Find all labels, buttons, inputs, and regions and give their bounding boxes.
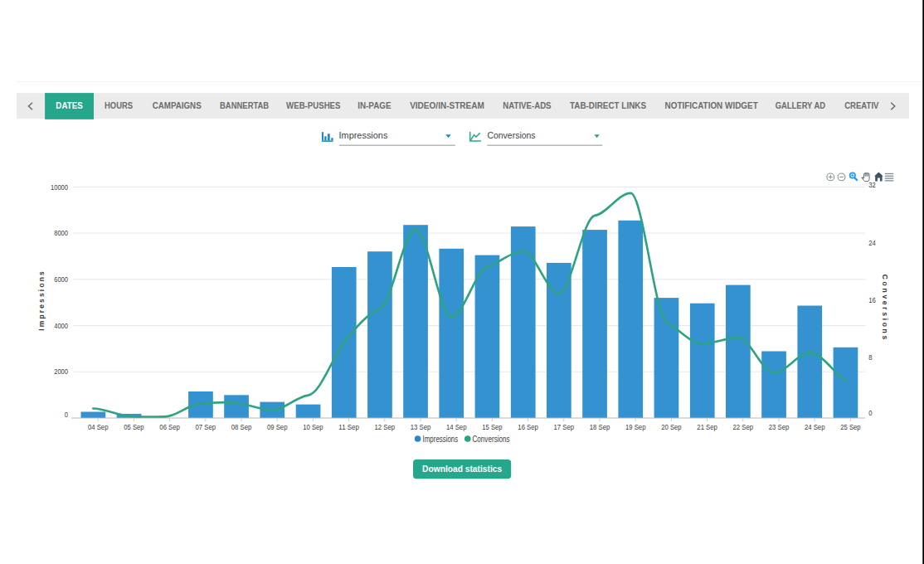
svg-text:Impressions: Impressions bbox=[423, 434, 459, 444]
svg-text:WEB-PUSHES: WEB-PUSHES bbox=[286, 101, 341, 110]
svg-text:NATIVE-ADS: NATIVE-ADS bbox=[503, 101, 552, 110]
svg-text:09 Sep: 09 Sep bbox=[267, 423, 288, 431]
svg-text:2000: 2000 bbox=[54, 367, 68, 376]
svg-text:Impressions: Impressions bbox=[37, 271, 46, 331]
svg-text:10 Sep: 10 Sep bbox=[303, 423, 323, 431]
svg-text:8: 8 bbox=[868, 353, 872, 362]
svg-text:24 Sep: 24 Sep bbox=[805, 423, 825, 431]
svg-text:Download statistics: Download statistics bbox=[422, 464, 502, 474]
svg-text:TAB-DIRECT LINKS: TAB-DIRECT LINKS bbox=[570, 101, 646, 110]
svg-text:6000: 6000 bbox=[54, 275, 68, 284]
svg-text:16: 16 bbox=[868, 296, 876, 304]
svg-text:12 Sep: 12 Sep bbox=[375, 423, 396, 431]
svg-text:BANNERTAB: BANNERTAB bbox=[220, 101, 269, 110]
svg-text:11 Sep: 11 Sep bbox=[338, 423, 359, 431]
svg-text:24: 24 bbox=[868, 239, 876, 247]
svg-text:Conversions: Conversions bbox=[472, 434, 509, 444]
svg-text:07 Sep: 07 Sep bbox=[196, 423, 216, 431]
svg-text:08 Sep: 08 Sep bbox=[231, 423, 252, 431]
svg-text:IN-PAGE: IN-PAGE bbox=[357, 101, 391, 110]
svg-text:14 Sep: 14 Sep bbox=[446, 423, 467, 431]
svg-text:0: 0 bbox=[868, 409, 872, 417]
svg-text:13 Sep: 13 Sep bbox=[411, 423, 431, 431]
svg-text:CREATIV: CREATIV bbox=[844, 101, 879, 110]
svg-text:CAMPAIGNS: CAMPAIGNS bbox=[153, 101, 202, 110]
svg-text:04 Sep: 04 Sep bbox=[88, 423, 109, 431]
svg-text:23 Sep: 23 Sep bbox=[769, 423, 790, 431]
svg-text:Impressions: Impressions bbox=[339, 130, 388, 140]
svg-text:20 Sep: 20 Sep bbox=[661, 423, 682, 431]
svg-text:0: 0 bbox=[65, 411, 68, 419]
svg-text:18 Sep: 18 Sep bbox=[590, 423, 610, 431]
svg-text:Conversions: Conversions bbox=[487, 130, 536, 140]
svg-text:21 Sep: 21 Sep bbox=[697, 423, 717, 431]
svg-text:22 Sep: 22 Sep bbox=[733, 423, 754, 431]
svg-text:06 Sep: 06 Sep bbox=[159, 423, 180, 431]
svg-text:VIDEO/IN-STREAM: VIDEO/IN-STREAM bbox=[410, 101, 484, 110]
svg-text:GALLERY AD: GALLERY AD bbox=[776, 101, 826, 110]
svg-text:15 Sep: 15 Sep bbox=[482, 423, 503, 431]
svg-text:DATES: DATES bbox=[56, 101, 83, 110]
svg-text:HOURS: HOURS bbox=[105, 101, 134, 110]
svg-text:16 Sep: 16 Sep bbox=[518, 423, 538, 431]
svg-text:Conversions: Conversions bbox=[881, 275, 889, 340]
svg-text:10000: 10000 bbox=[51, 183, 68, 192]
svg-text:17 Sep: 17 Sep bbox=[554, 423, 575, 431]
svg-text:NOTIFICATION WIDGET: NOTIFICATION WIDGET bbox=[665, 101, 758, 110]
svg-text:19 Sep: 19 Sep bbox=[625, 423, 646, 431]
svg-text:05 Sep: 05 Sep bbox=[124, 423, 144, 431]
svg-text:4000: 4000 bbox=[54, 322, 68, 330]
svg-text:8000: 8000 bbox=[54, 229, 68, 237]
svg-text:25 Sep: 25 Sep bbox=[840, 423, 861, 431]
svg-text:32: 32 bbox=[868, 181, 876, 189]
